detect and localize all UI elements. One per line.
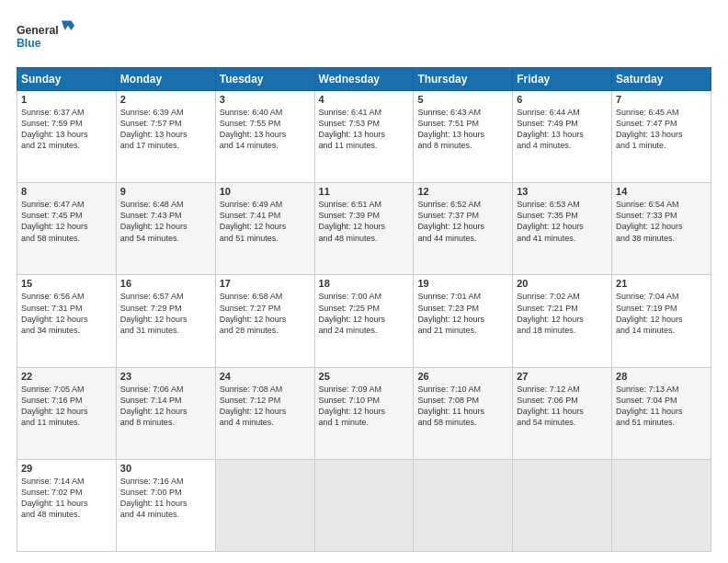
day-info: Sunrise: 6:48 AMSunset: 7:43 PMDaylight:… — [120, 199, 211, 244]
calendar-cell: 27Sunrise: 7:12 AMSunset: 7:06 PMDayligh… — [513, 367, 612, 459]
day-info: Sunrise: 6:53 AMSunset: 7:35 PMDaylight:… — [517, 199, 608, 244]
calendar-cell — [513, 459, 612, 551]
svg-text:Blue: Blue — [17, 37, 41, 50]
day-info: Sunrise: 6:56 AMSunset: 7:31 PMDaylight:… — [21, 291, 112, 336]
weekday-header-monday: Monday — [116, 68, 215, 91]
calendar-cell: 11Sunrise: 6:51 AMSunset: 7:39 PMDayligh… — [314, 183, 414, 275]
day-info: Sunrise: 7:12 AMSunset: 7:06 PMDaylight:… — [517, 384, 608, 429]
calendar-cell: 28Sunrise: 7:13 AMSunset: 7:04 PMDayligh… — [612, 367, 711, 459]
day-number: 1 — [21, 94, 112, 105]
day-number: 22 — [21, 371, 112, 382]
weekday-header-thursday: Thursday — [414, 68, 513, 91]
weekday-header-wednesday: Wednesday — [314, 68, 414, 91]
calendar-cell: 22Sunrise: 7:05 AMSunset: 7:16 PMDayligh… — [17, 367, 117, 459]
weekday-header-saturday: Saturday — [612, 68, 711, 91]
day-info: Sunrise: 7:08 AMSunset: 7:12 PMDaylight:… — [220, 384, 311, 429]
day-info: Sunrise: 7:13 AMSunset: 7:04 PMDaylight:… — [616, 384, 707, 429]
day-info: Sunrise: 6:43 AMSunset: 7:51 PMDaylight:… — [417, 107, 508, 152]
calendar-cell — [215, 459, 314, 551]
day-number: 19 — [417, 278, 508, 289]
day-number: 11 — [319, 186, 410, 197]
day-number: 25 — [319, 371, 410, 382]
week-row-5: 29Sunrise: 7:14 AMSunset: 7:02 PMDayligh… — [17, 459, 711, 551]
day-info: Sunrise: 6:41 AMSunset: 7:53 PMDaylight:… — [319, 107, 410, 152]
calendar-cell: 13Sunrise: 6:53 AMSunset: 7:35 PMDayligh… — [513, 183, 612, 275]
calendar-cell — [612, 459, 711, 551]
calendar-cell: 6Sunrise: 6:44 AMSunset: 7:49 PMDaylight… — [513, 91, 612, 183]
calendar-cell — [414, 459, 513, 551]
calendar-cell: 9Sunrise: 6:48 AMSunset: 7:43 PMDaylight… — [116, 183, 215, 275]
calendar-cell: 16Sunrise: 6:57 AMSunset: 7:29 PMDayligh… — [116, 275, 215, 367]
calendar-cell: 3Sunrise: 6:40 AMSunset: 7:55 PMDaylight… — [215, 91, 314, 183]
day-info: Sunrise: 6:49 AMSunset: 7:41 PMDaylight:… — [220, 199, 311, 244]
calendar-cell: 5Sunrise: 6:43 AMSunset: 7:51 PMDaylight… — [414, 91, 513, 183]
calendar-cell: 12Sunrise: 6:52 AMSunset: 7:37 PMDayligh… — [414, 183, 513, 275]
day-info: Sunrise: 7:01 AMSunset: 7:23 PMDaylight:… — [417, 291, 508, 336]
day-info: Sunrise: 6:45 AMSunset: 7:47 PMDaylight:… — [616, 107, 707, 152]
calendar-cell: 1Sunrise: 6:37 AMSunset: 7:59 PMDaylight… — [17, 91, 117, 183]
calendar-cell: 2Sunrise: 6:39 AMSunset: 7:57 PMDaylight… — [116, 91, 215, 183]
day-number: 29 — [21, 463, 112, 474]
day-number: 10 — [220, 186, 311, 197]
svg-marker-2 — [62, 21, 78, 31]
header: General Blue — [17, 17, 711, 58]
day-info: Sunrise: 7:06 AMSunset: 7:14 PMDaylight:… — [120, 384, 211, 429]
day-info: Sunrise: 6:40 AMSunset: 7:55 PMDaylight:… — [220, 107, 311, 152]
day-number: 17 — [220, 278, 311, 289]
day-info: Sunrise: 6:57 AMSunset: 7:29 PMDaylight:… — [120, 291, 211, 336]
day-info: Sunrise: 6:47 AMSunset: 7:45 PMDaylight:… — [21, 199, 112, 244]
day-number: 8 — [21, 186, 112, 197]
calendar-cell: 18Sunrise: 7:00 AMSunset: 7:25 PMDayligh… — [314, 275, 414, 367]
calendar-cell: 30Sunrise: 7:16 AMSunset: 7:00 PMDayligh… — [116, 459, 215, 551]
calendar-cell: 4Sunrise: 6:41 AMSunset: 7:53 PMDaylight… — [314, 91, 414, 183]
day-number: 5 — [417, 94, 508, 105]
day-number: 24 — [220, 371, 311, 382]
calendar-cell: 14Sunrise: 6:54 AMSunset: 7:33 PMDayligh… — [612, 183, 711, 275]
calendar-cell: 7Sunrise: 6:45 AMSunset: 7:47 PMDaylight… — [612, 91, 711, 183]
week-row-4: 22Sunrise: 7:05 AMSunset: 7:16 PMDayligh… — [17, 367, 711, 459]
calendar-cell: 21Sunrise: 7:04 AMSunset: 7:19 PMDayligh… — [612, 275, 711, 367]
day-info: Sunrise: 6:37 AMSunset: 7:59 PMDaylight:… — [21, 107, 112, 152]
day-info: Sunrise: 7:16 AMSunset: 7:00 PMDaylight:… — [120, 476, 211, 521]
day-info: Sunrise: 7:14 AMSunset: 7:02 PMDaylight:… — [21, 476, 112, 521]
day-info: Sunrise: 7:09 AMSunset: 7:10 PMDaylight:… — [319, 384, 410, 429]
day-number: 2 — [120, 94, 211, 105]
day-info: Sunrise: 6:39 AMSunset: 7:57 PMDaylight:… — [120, 107, 211, 152]
calendar-cell — [314, 459, 414, 551]
calendar-cell: 10Sunrise: 6:49 AMSunset: 7:41 PMDayligh… — [215, 183, 314, 275]
day-number: 20 — [517, 278, 608, 289]
weekday-header-friday: Friday — [513, 68, 612, 91]
weekday-header-sunday: Sunday — [17, 68, 117, 91]
day-number: 23 — [120, 371, 211, 382]
calendar-cell: 15Sunrise: 6:56 AMSunset: 7:31 PMDayligh… — [17, 275, 117, 367]
day-number: 4 — [319, 94, 410, 105]
weekday-header-tuesday: Tuesday — [215, 68, 314, 91]
calendar-cell: 26Sunrise: 7:10 AMSunset: 7:08 PMDayligh… — [414, 367, 513, 459]
day-number: 13 — [517, 186, 608, 197]
day-info: Sunrise: 6:58 AMSunset: 7:27 PMDaylight:… — [220, 291, 311, 336]
calendar-cell: 24Sunrise: 7:08 AMSunset: 7:12 PMDayligh… — [215, 367, 314, 459]
day-number: 27 — [517, 371, 608, 382]
logo: General Blue — [17, 17, 81, 58]
day-info: Sunrise: 6:44 AMSunset: 7:49 PMDaylight:… — [517, 107, 608, 152]
calendar-cell: 19Sunrise: 7:01 AMSunset: 7:23 PMDayligh… — [414, 275, 513, 367]
day-info: Sunrise: 6:54 AMSunset: 7:33 PMDaylight:… — [616, 199, 707, 244]
calendar-cell: 8Sunrise: 6:47 AMSunset: 7:45 PMDaylight… — [17, 183, 117, 275]
day-number: 12 — [417, 186, 508, 197]
calendar-table: SundayMondayTuesdayWednesdayThursdayFrid… — [17, 67, 711, 552]
day-number: 16 — [120, 278, 211, 289]
day-number: 6 — [517, 94, 608, 105]
day-number: 15 — [21, 278, 112, 289]
day-number: 14 — [616, 186, 707, 197]
day-info: Sunrise: 7:10 AMSunset: 7:08 PMDaylight:… — [417, 384, 508, 429]
week-row-1: 1Sunrise: 6:37 AMSunset: 7:59 PMDaylight… — [17, 91, 711, 183]
calendar-cell: 23Sunrise: 7:06 AMSunset: 7:14 PMDayligh… — [116, 367, 215, 459]
day-number: 28 — [616, 371, 707, 382]
logo-svg: General Blue — [17, 17, 81, 58]
calendar-cell: 29Sunrise: 7:14 AMSunset: 7:02 PMDayligh… — [17, 459, 117, 551]
day-number: 7 — [616, 94, 707, 105]
day-info: Sunrise: 7:00 AMSunset: 7:25 PMDaylight:… — [319, 291, 410, 336]
day-number: 26 — [417, 371, 508, 382]
week-row-3: 15Sunrise: 6:56 AMSunset: 7:31 PMDayligh… — [17, 275, 711, 367]
calendar-cell: 25Sunrise: 7:09 AMSunset: 7:10 PMDayligh… — [314, 367, 414, 459]
